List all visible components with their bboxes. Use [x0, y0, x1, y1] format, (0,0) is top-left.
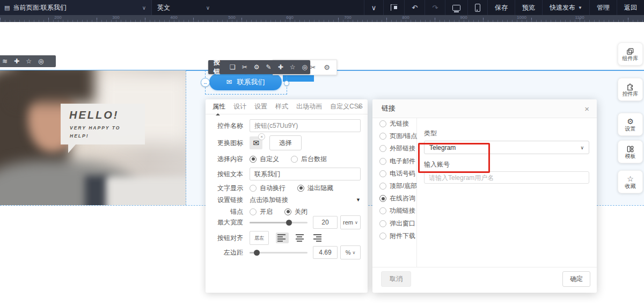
- account-input[interactable]: [424, 171, 589, 184]
- radio-overflow-hidden[interactable]: [297, 185, 304, 192]
- option-phone[interactable]: 电话号码: [372, 168, 416, 180]
- option-no-link[interactable]: 无链接: [372, 118, 416, 130]
- sidebar-item-label: 组件库: [623, 56, 639, 61]
- align-left-button[interactable]: [276, 233, 289, 243]
- mobile-view-button[interactable]: [467, 0, 487, 15]
- edit-icon[interactable]: ✎: [263, 64, 275, 70]
- current-page-dropdown[interactable]: ▤ 当前页面:联系我们 ∨: [0, 0, 151, 15]
- choose-icon-button[interactable]: 选择: [269, 135, 302, 150]
- sidebar-item-favorites[interactable]: ☆ 收藏: [618, 170, 643, 193]
- redo-button[interactable]: ↷: [425, 0, 445, 15]
- close-icon[interactable]: ×: [357, 103, 362, 111]
- radio-anchor-on[interactable]: [250, 208, 257, 215]
- button-text-input[interactable]: [250, 168, 361, 180]
- preview-button[interactable]: 预览: [515, 0, 542, 15]
- hero-title: HELLO!: [69, 109, 145, 121]
- move-icon[interactable]: ✚: [14, 58, 19, 64]
- dialog-title: 链接: [382, 104, 396, 113]
- caret-down-icon: ▼: [578, 5, 582, 10]
- ruler-label: 600: [286, 15, 293, 20]
- content-source-row: 选择内容 自定义 后台数据: [212, 155, 361, 163]
- sidebar-item-settings[interactable]: ⚙ 设置: [618, 113, 643, 136]
- icon-thumbnail[interactable]: ✉ ×: [250, 136, 262, 149]
- tab-attributes[interactable]: 属性: [213, 102, 225, 111]
- confirm-button[interactable]: 确定: [562, 271, 590, 287]
- sidebar-item-component-library[interactable]: 组件库: [618, 42, 643, 66]
- guides-button[interactable]: [383, 0, 404, 15]
- ruler-label: 500: [228, 15, 235, 20]
- ruler-label: 1100: [575, 15, 584, 20]
- cancel-button[interactable]: 取消: [381, 271, 411, 287]
- left-margin-input[interactable]: [313, 246, 338, 259]
- slider-handle[interactable]: [286, 220, 292, 226]
- quick-publish-button[interactable]: 快速发布 ▼: [542, 0, 589, 15]
- tab-design[interactable]: 设计: [233, 102, 246, 111]
- hero-image[interactable]: HELLO! VERY HAPPY TO HELP!: [0, 70, 186, 205]
- widget-name-input[interactable]: [250, 119, 361, 132]
- resize-handle-right[interactable]: [284, 81, 289, 86]
- radio-custom[interactable]: [250, 156, 257, 163]
- option-function-link[interactable]: 功能链接: [372, 205, 416, 217]
- cut-icon[interactable]: ✂: [239, 64, 251, 70]
- text-display-row: 文字显示 自动换行 溢出隐藏: [212, 184, 361, 192]
- copy-icon[interactable]: ❏: [226, 64, 239, 70]
- option-external-link[interactable]: 外部链接: [372, 142, 416, 155]
- favorite-icon[interactable]: ☆: [26, 58, 32, 64]
- option-attachment-download[interactable]: 附件下载: [372, 230, 416, 242]
- gear-icon[interactable]: ⚙: [251, 64, 263, 70]
- left-margin-row: 左边距 % ∨: [212, 246, 361, 259]
- layout-icon: [626, 144, 634, 153]
- move-icon[interactable]: ✚: [275, 64, 287, 70]
- option-popup-window[interactable]: 弹出窗口: [372, 218, 416, 230]
- top-toolbar-actions: ∨ ↶ ↷ 保存 预览 快速发布 ▼ 管理 返回: [364, 0, 644, 15]
- resize-handle-left[interactable]: ↔: [201, 78, 210, 87]
- max-width-unit-select[interactable]: rem ∨: [340, 215, 361, 229]
- desktop-view-button[interactable]: [445, 0, 467, 15]
- visibility-icon[interactable]: ◎: [298, 64, 310, 70]
- tab-entrance-animation[interactable]: 出场动画: [296, 102, 322, 111]
- option-online-chat[interactable]: 在线咨询: [372, 192, 416, 205]
- favorite-icon[interactable]: ☆: [287, 64, 299, 70]
- chevron-down-icon: ∨: [355, 220, 358, 225]
- radio-autowrap[interactable]: [250, 185, 257, 192]
- radio-anchor-off[interactable]: [284, 208, 291, 215]
- style-brush-icon[interactable]: ✂: [310, 64, 316, 71]
- dialog-footer: 取消 确定: [372, 267, 597, 293]
- align-center-button[interactable]: [293, 233, 306, 243]
- star-icon: ☆: [627, 175, 634, 183]
- sidebar-item-templates[interactable]: 模板: [618, 140, 643, 163]
- left-margin-slider[interactable]: [250, 252, 308, 254]
- close-icon[interactable]: ×: [584, 104, 589, 113]
- ruler-label: 400: [170, 15, 177, 20]
- set-link-row[interactable]: 设置链接 点击添加链接 ▼: [212, 194, 361, 205]
- sidebar-item-widget-library[interactable]: 控件库: [618, 78, 643, 101]
- button-align-row: 按钮对齐 居左: [212, 231, 361, 245]
- radio-backend-data[interactable]: [291, 156, 298, 163]
- visibility-icon[interactable]: ◎: [38, 58, 43, 64]
- manage-button[interactable]: 管理: [589, 0, 617, 15]
- align-mode-box[interactable]: 居左: [250, 231, 269, 245]
- change-icon-label: 更换图标: [212, 139, 243, 148]
- max-width-input[interactable]: [313, 216, 338, 229]
- tab-style[interactable]: 样式: [275, 102, 288, 111]
- slider-handle[interactable]: [254, 250, 260, 256]
- option-top-bottom[interactable]: 顶部/底部: [372, 180, 416, 192]
- link-type-list: 无链接 页面/锚点 外部链接 电子邮件 电话号码 顶部/底部 在线咨询 功能链接…: [372, 118, 417, 267]
- layers-icon[interactable]: ≋: [2, 58, 8, 64]
- save-button[interactable]: 保存: [487, 0, 515, 15]
- option-page-anchor[interactable]: 页面/锚点: [372, 130, 416, 142]
- remove-icon[interactable]: ×: [258, 133, 265, 140]
- language-dropdown[interactable]: 英文 ∨: [151, 0, 215, 15]
- max-width-slider[interactable]: [250, 222, 308, 223]
- sidebar-item-label: 设置: [625, 126, 636, 132]
- gear-icon[interactable]: ⚙: [324, 64, 330, 71]
- language-label: 英文: [157, 3, 170, 12]
- undo-button[interactable]: ↶: [404, 0, 425, 15]
- back-button[interactable]: 返回: [617, 0, 644, 15]
- align-right-button[interactable]: [310, 233, 323, 243]
- collapse-toolbar-button[interactable]: ∨: [364, 0, 384, 15]
- caret-down-icon[interactable]: ▼: [356, 197, 361, 202]
- left-margin-unit-select[interactable]: % ∨: [340, 245, 361, 259]
- option-email[interactable]: 电子邮件: [372, 155, 416, 168]
- tab-settings[interactable]: 设置: [254, 102, 267, 111]
